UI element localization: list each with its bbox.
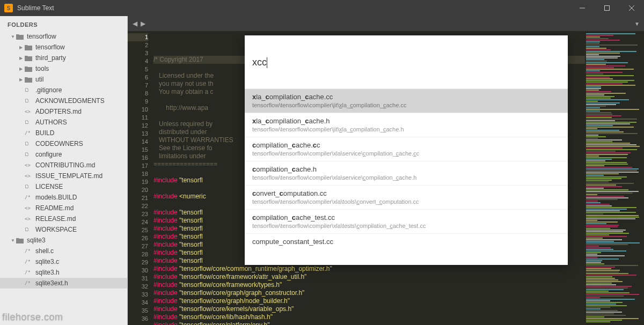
file-icon: <> bbox=[25, 205, 33, 211]
file-icon: 🗋 bbox=[25, 184, 33, 189]
goto-input[interactable]: xcc bbox=[245, 50, 568, 73]
folder-icon bbox=[25, 45, 33, 50]
file-item[interactable]: 🗋WORKSPACE bbox=[0, 224, 127, 235]
file-label: WORKSPACE bbox=[35, 226, 77, 233]
app-title: Sublime Text bbox=[17, 4, 54, 12]
folder-item[interactable]: ▼sqlite3 bbox=[0, 235, 127, 246]
file-item[interactable]: /*BUILD bbox=[0, 128, 127, 138]
file-item[interactable]: 🗋configure bbox=[0, 149, 127, 160]
file-item[interactable]: <>ADOPTERS.md bbox=[0, 106, 127, 117]
goto-result-item[interactable]: compilation_cache.cctensorflow\tensorflo… bbox=[245, 137, 568, 161]
line-gutter[interactable]: 1234567891011121314151617181920212223242… bbox=[128, 31, 153, 325]
folder-label: sqlite3 bbox=[27, 237, 46, 244]
goto-result-item[interactable]: xla_compilation_cache.cctensorflow\tenso… bbox=[245, 88, 568, 113]
minimap[interactable] bbox=[585, 31, 644, 325]
tab-menu-icon[interactable]: ▼ bbox=[634, 21, 644, 27]
goto-result-item[interactable]: compilation_cache.htensorflow\tensorflow… bbox=[245, 161, 568, 185]
goto-result-path: tensorflow\tensorflow\compiler\jit\xla_c… bbox=[252, 102, 560, 108]
file-item[interactable]: /*sqlite3.h bbox=[0, 267, 127, 278]
folder-label: tools bbox=[35, 65, 49, 72]
code-area[interactable]: xcc xla_compilation_cache.cctensorflow\t… bbox=[153, 31, 585, 325]
title-bar: S Sublime Text bbox=[0, 0, 644, 16]
folder-icon bbox=[25, 55, 33, 61]
file-item[interactable]: <>CONTRIBUTING.md bbox=[0, 160, 127, 171]
minimize-button[interactable] bbox=[570, 0, 595, 16]
file-icon: /* bbox=[25, 195, 33, 200]
folder-label: tensorflow bbox=[35, 43, 65, 51]
folder-item[interactable]: ▼tensorflow bbox=[0, 31, 127, 42]
file-label: AUTHORS bbox=[35, 119, 67, 126]
goto-result-item[interactable]: compilation_cache_test.cctensorflow\tens… bbox=[245, 209, 568, 233]
file-item[interactable]: <>ISSUE_TEMPLATE.md bbox=[0, 171, 127, 181]
app-icon: S bbox=[4, 4, 13, 12]
folder-icon bbox=[25, 66, 33, 72]
folder-label: third_party bbox=[35, 54, 66, 62]
file-icon: /* bbox=[25, 270, 33, 275]
file-icon: <> bbox=[25, 162, 33, 168]
file-label: ADOPTERS.md bbox=[35, 108, 82, 115]
file-item[interactable]: /*sqlite3ext.h bbox=[0, 278, 127, 289]
goto-result-title: xla_compilation_cache.h bbox=[252, 117, 560, 125]
file-item[interactable]: /*sqlite3.c bbox=[0, 256, 127, 267]
file-label: README.md bbox=[35, 204, 74, 212]
file-label: BUILD bbox=[35, 129, 54, 137]
file-icon: 🗋 bbox=[25, 120, 33, 125]
goto-result-title: compilation_cache.h bbox=[252, 165, 560, 173]
folder-item[interactable]: ▶util bbox=[0, 74, 127, 85]
file-icon: <> bbox=[25, 216, 33, 221]
goto-result-path: tensorflow\tensorflow\compiler\xla\tests… bbox=[252, 223, 560, 229]
file-icon: /* bbox=[25, 248, 33, 254]
file-icon: <> bbox=[25, 173, 33, 179]
goto-result-item[interactable]: compute_constant_test.cc bbox=[245, 233, 568, 250]
close-button[interactable] bbox=[619, 0, 644, 16]
code-line[interactable]: #include "tensorflow/core/framework/attr… bbox=[153, 273, 585, 281]
file-item[interactable]: <>README.md bbox=[0, 203, 127, 213]
file-item[interactable]: 🗋.gitignore bbox=[0, 85, 127, 95]
file-label: configure bbox=[35, 151, 62, 158]
file-item[interactable]: /*models.BUILD bbox=[0, 192, 127, 203]
goto-result-title: compute_constant_test.cc bbox=[252, 238, 560, 246]
code-line[interactable]: #include "tensorflow/core/platform/env.h… bbox=[153, 321, 585, 325]
file-label: .gitignore bbox=[35, 86, 62, 94]
folder-icon bbox=[25, 77, 33, 83]
code-line[interactable]: #include "tensorflow/core/lib/hash/hash.… bbox=[153, 313, 585, 321]
nav-back-icon[interactable]: ◀ bbox=[131, 20, 139, 27]
code-line[interactable]: #include "tensorflow/core/kernels/variab… bbox=[153, 305, 585, 313]
file-item[interactable]: 🗋LICENSE bbox=[0, 181, 127, 192]
nav-forward-icon[interactable]: ▶ bbox=[139, 20, 147, 27]
maximize-button[interactable] bbox=[595, 0, 619, 16]
file-icon: 🗋 bbox=[25, 227, 33, 232]
goto-anything-panel: xcc xla_compilation_cache.cctensorflow\t… bbox=[245, 35, 568, 265]
goto-result-title: compilation_cache.cc bbox=[252, 141, 560, 149]
goto-result-item[interactable]: xla_compilation_cache.htensorflow\tensor… bbox=[245, 113, 568, 137]
file-label: RELEASE.md bbox=[35, 215, 76, 223]
code-line[interactable]: #include "tensorflow/core/graph/node_bui… bbox=[153, 297, 585, 305]
sidebar[interactable]: FOLDERS ▼tensorflow▶tensorflow▶third_par… bbox=[0, 16, 128, 325]
folder-item[interactable]: ▶third_party bbox=[0, 53, 127, 63]
goto-result-path: tensorflow\tensorflow\compiler\xla\tools… bbox=[252, 198, 560, 205]
sidebar-header: FOLDERS bbox=[0, 16, 127, 31]
tab-bar[interactable]: ◀ ▶ ▼ bbox=[128, 16, 644, 31]
code-line[interactable]: #include "tensorflow/core/graph/graph_co… bbox=[153, 289, 585, 297]
file-item[interactable]: <>RELEASE.md bbox=[0, 213, 127, 224]
file-item[interactable]: 🗋ACKNOWLEDGMENTS bbox=[0, 95, 127, 106]
file-icon: /* bbox=[25, 259, 33, 264]
editor-area: ◀ ▶ ▼ 1234567891011121314151617181920212… bbox=[128, 16, 644, 325]
file-item[interactable]: /*shell.c bbox=[0, 246, 127, 256]
folder-label: tensorflow bbox=[27, 33, 56, 40]
goto-result-path: tensorflow\tensorflow\compiler\xla\servi… bbox=[252, 174, 560, 181]
svg-rect-1 bbox=[605, 6, 610, 11]
file-item[interactable]: 🗋CODEOWNERS bbox=[0, 138, 127, 149]
goto-result-item[interactable]: convert_computation.cctensorflow\tensorf… bbox=[245, 185, 568, 209]
folder-icon bbox=[16, 238, 25, 243]
file-label: ACKNOWLEDGMENTS bbox=[35, 97, 105, 105]
file-label: models.BUILD bbox=[35, 194, 77, 201]
folder-item[interactable]: ▶tools bbox=[0, 63, 127, 74]
file-label: sqlite3ext.h bbox=[35, 279, 68, 287]
code-line[interactable]: #include "tensorflow/core/common_runtime… bbox=[153, 265, 585, 273]
file-item[interactable]: 🗋AUTHORS bbox=[0, 117, 127, 128]
goto-result-path: tensorflow\tensorflow\compiler\jit\xla_c… bbox=[252, 126, 560, 132]
code-line[interactable]: #include "tensorflow/core/framework/type… bbox=[153, 281, 585, 289]
file-label: sqlite3.h bbox=[35, 269, 60, 276]
folder-item[interactable]: ▶tensorflow bbox=[0, 42, 127, 53]
